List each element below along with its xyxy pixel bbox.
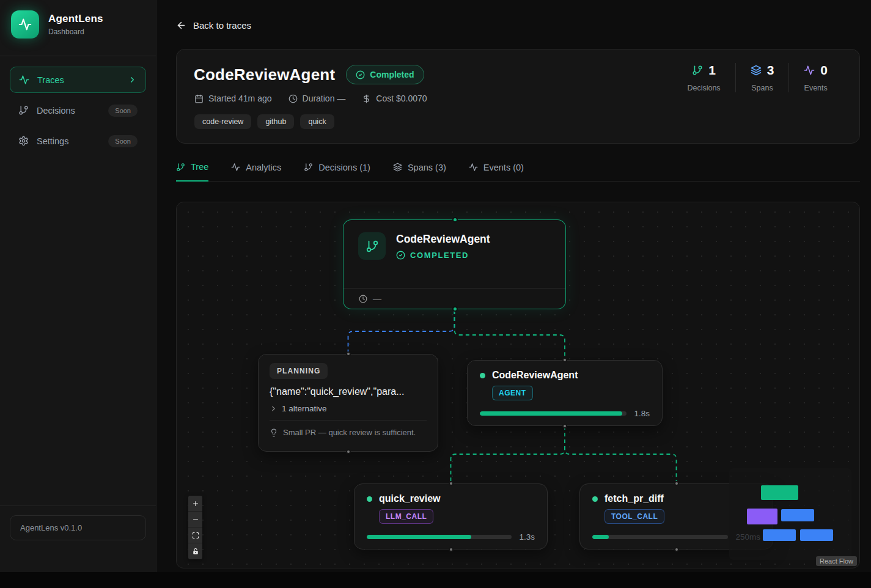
flow-minimap[interactable]	[729, 468, 851, 560]
cost-meta: Cost $0.0070	[362, 94, 427, 103]
root-node-status: COMPLETED	[396, 251, 490, 260]
chevron-right-icon	[270, 405, 277, 413]
sidebar-item-traces[interactable]: Traces	[10, 67, 146, 93]
git-branch-icon	[18, 105, 29, 116]
sidebar-item-label: Traces	[37, 75, 64, 85]
tab-spans[interactable]: Spans (3)	[393, 162, 446, 181]
gear-icon	[18, 136, 29, 146]
tab-tree[interactable]: Tree	[176, 162, 208, 182]
sidebar-item-settings[interactable]: Settings Soon	[10, 128, 146, 154]
app-window: AgentLens Dashboard Traces Decisions	[0, 0, 871, 572]
react-flow-attribution[interactable]: React Flow	[816, 556, 857, 566]
check-circle-icon	[396, 251, 405, 260]
alternatives-toggle[interactable]: 1 alternative	[270, 404, 427, 413]
arrow-left-icon	[176, 20, 186, 31]
node-handle	[346, 351, 351, 356]
tab-events[interactable]: Events (0)	[469, 162, 524, 181]
chevron-right-icon	[128, 75, 137, 84]
node-agent-span[interactable]: CodeReviewAgent AGENT 1.8s	[467, 360, 663, 426]
duration-bar	[592, 535, 728, 539]
node-root-agent[interactable]: CodeReviewAgent COMPLETED —	[343, 219, 566, 309]
tab-bar: Tree Analytics Decisions (1) Spans (3)	[176, 162, 860, 182]
trace-title: CodeReviewAgent	[194, 65, 335, 84]
node-planning-decision[interactable]: PLANNING {"name":"quick_review","para...…	[258, 354, 438, 452]
span-duration: 1.3s	[519, 532, 535, 542]
flow-canvas[interactable]: CodeReviewAgent COMPLETED —	[176, 202, 860, 568]
planning-badge: PLANNING	[270, 363, 328, 379]
app-logo-row: AgentLens Dashboard	[11, 10, 103, 39]
soon-badge: Soon	[108, 135, 138, 147]
duration-bar	[480, 411, 627, 416]
activity-icon	[804, 65, 815, 76]
span-duration: 1.8s	[634, 409, 650, 418]
tag-row: code-review github quick	[194, 114, 334, 129]
lock-button[interactable]	[188, 543, 202, 559]
node-handle	[674, 547, 679, 552]
node-handle	[452, 217, 458, 222]
clock-icon	[288, 94, 298, 103]
git-branch-icon	[304, 163, 313, 172]
zoom-out-button[interactable]	[188, 512, 202, 527]
root-node-duration: —	[344, 288, 565, 309]
sidebar-divider	[0, 56, 156, 56]
node-handle	[562, 358, 567, 362]
trace-meta-row: Started 41m ago Duration — Cost $0.0070	[194, 94, 427, 103]
decision-reasoning: Small PR — quick review is sufficient.	[270, 420, 427, 437]
fit-view-button[interactable]	[188, 527, 202, 543]
app-logo-icon	[11, 10, 39, 39]
trace-header-card: CodeReviewAgent Completed Started 41m ag…	[176, 49, 860, 144]
sidebar: AgentLens Dashboard Traces Decisions	[0, 0, 156, 572]
tag: quick	[300, 114, 334, 129]
minimap-node-planning	[747, 509, 777, 524]
minimap-node-tool	[800, 529, 833, 541]
node-handle	[452, 306, 458, 312]
git-branch-icon	[176, 163, 185, 172]
tag: code-review	[194, 114, 251, 129]
span-title: fetch_pr_diff	[605, 493, 664, 504]
duration-bar	[367, 535, 512, 539]
sidebar-item-label: Decisions	[37, 106, 75, 116]
app-title: AgentLens	[48, 13, 103, 25]
activity-icon	[19, 75, 29, 85]
minimap-node-root	[761, 485, 798, 500]
node-handle	[562, 424, 567, 428]
clock-icon	[359, 295, 367, 303]
dollar-icon	[362, 94, 371, 103]
span-title: CodeReviewAgent	[492, 370, 578, 381]
zoom-in-button[interactable]	[188, 496, 202, 512]
main-content: Back to traces CodeReviewAgent Completed…	[156, 0, 871, 572]
root-node-title: CodeReviewAgent	[396, 233, 490, 246]
layers-icon	[751, 65, 762, 76]
node-handle	[674, 481, 679, 486]
git-branch-icon	[358, 232, 386, 260]
tab-analytics[interactable]: Analytics	[231, 162, 281, 181]
node-llm-span[interactable]: quick_review LLM_CALL 1.3s	[354, 483, 548, 549]
span-type-badge: LLM_CALL	[379, 509, 433, 524]
tag: github	[257, 114, 294, 129]
stat-spans: 3 Spans	[735, 63, 789, 92]
span-title: quick_review	[379, 493, 441, 504]
started-meta: Started 41m ago	[194, 94, 272, 103]
app-subtitle: Dashboard	[48, 28, 103, 36]
sidebar-item-label: Settings	[37, 136, 68, 146]
decision-payload: {"name":"quick_review","para...	[270, 386, 427, 397]
node-handle	[346, 449, 351, 454]
minimap-node-agent	[781, 509, 814, 521]
tab-decisions[interactable]: Decisions (1)	[304, 162, 370, 181]
soon-badge: Soon	[108, 105, 138, 117]
sidebar-nav: Traces Decisions Soon Settings Soon	[10, 67, 146, 154]
sidebar-item-decisions[interactable]: Decisions Soon	[10, 97, 146, 123]
sidebar-footer-divider	[0, 505, 156, 506]
calendar-icon	[194, 94, 204, 103]
activity-icon	[231, 163, 240, 172]
activity-icon	[469, 163, 478, 172]
span-type-badge: TOOL_CALL	[605, 509, 664, 524]
status-badge: Completed	[346, 65, 424, 84]
status-dot	[592, 496, 598, 502]
app-version-label: AgentLens v0.1.0	[20, 523, 82, 532]
duration-meta: Duration —	[288, 94, 346, 103]
stat-events: 0 Events	[788, 63, 842, 92]
stat-decisions: 1 Decisions	[672, 63, 735, 92]
lightbulb-icon	[270, 428, 278, 437]
back-to-traces-link[interactable]: Back to traces	[176, 20, 251, 31]
